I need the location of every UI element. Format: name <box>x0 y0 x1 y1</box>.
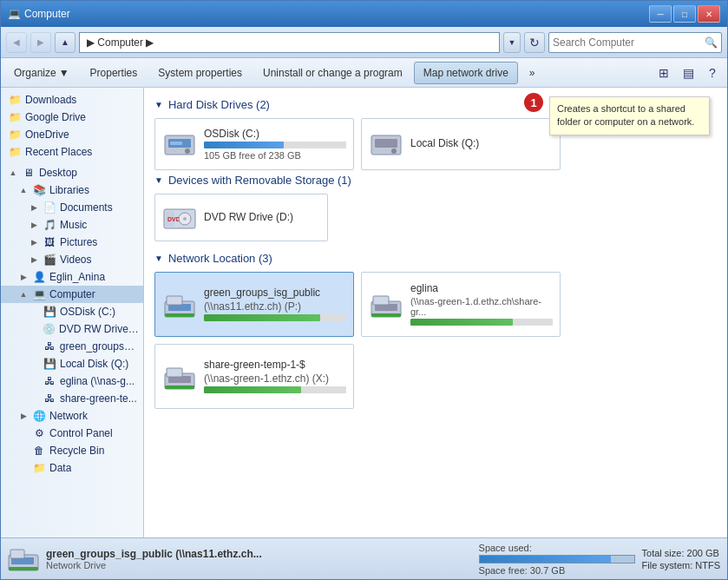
music-icon: 🎵 <box>43 218 56 232</box>
maximize-button[interactable]: □ <box>673 5 696 23</box>
main-window: 💻 Computer ─ □ ✕ ◀ ▶ ▲ ▶ Computer ▶ ▼ ↻ … <box>0 0 728 580</box>
sidebar-item-eglin-anina[interactable]: ▶ 👤 Eglin_Anina <box>1 268 143 286</box>
up-button[interactable]: ▲ <box>55 32 75 53</box>
network-tile-share-green[interactable]: share-green-temp-1-$ (\\nas-green-1.ethz… <box>154 344 354 409</box>
share-green-large-icon <box>162 359 197 394</box>
drive-tile-osdisk[interactable]: OSDisk (C:) 105 GB free of 238 GB <box>154 118 354 170</box>
sidebar: 📁 Downloads 📁 Google Drive 📁 OneDrive 📁 … <box>1 88 144 537</box>
drive-tile-local-q[interactable]: Local Disk (Q:) <box>361 118 561 170</box>
close-button[interactable]: ✕ <box>698 5 720 23</box>
expander-videos[interactable]: ▶ <box>29 254 39 265</box>
expander-computer[interactable]: ▲ <box>18 289 29 300</box>
tooltip-popup: Creates a shortcut to a shared folder or… <box>549 96 710 135</box>
sidebar-item-data[interactable]: 📁 Data <box>1 459 143 477</box>
eglina-icon: 🖧 <box>43 374 56 388</box>
back-button[interactable]: ◀ <box>6 32 27 53</box>
network-tile-green-groups[interactable]: green_groups_isg_public (\\nas11.ethz.ch… <box>154 272 354 337</box>
minimize-button[interactable]: ─ <box>649 5 672 23</box>
status-bar: green_groups_isg_public (\\nas11.ethz.ch… <box>1 537 727 579</box>
libraries-icon: 📚 <box>32 183 46 197</box>
status-used-label: Space used: <box>479 543 635 553</box>
status-drive-icon <box>8 544 39 575</box>
sidebar-item-osdisk[interactable]: 💾 OSDisk (C:) <box>1 303 143 320</box>
local-q-info: Local Disk (Q:) <box>410 137 553 151</box>
dvd-icon: 💿 <box>42 322 56 336</box>
sidebar-item-music[interactable]: ▶ 🎵 Music <box>1 216 143 234</box>
sidebar-item-pictures[interactable]: ▶ 🖼 Pictures <box>1 234 143 251</box>
toolbar: Organize ▼ Properties System properties … <box>1 58 727 88</box>
sidebar-item-computer[interactable]: ▲ 💻 Computer <box>1 286 143 303</box>
green-groups-bar-bg <box>204 314 346 321</box>
expander-network[interactable]: ▶ <box>18 411 29 421</box>
expander-desktop[interactable]: ▲ <box>8 168 18 178</box>
system-properties-button[interactable]: System properties <box>148 62 252 84</box>
google-drive-icon: 📁 <box>8 110 22 124</box>
status-drive-type: Network Drive <box>46 560 472 570</box>
expander-libraries[interactable]: ▲ <box>18 185 29 195</box>
dvd-drive-tile[interactable]: DVD DVD RW Drive (D:) <box>154 194 328 241</box>
status-info: green_groups_isg_public (\\nas11.ethz.ch… <box>46 548 472 570</box>
sidebar-item-downloads[interactable]: 📁 Downloads <box>1 91 143 109</box>
sidebar-item-green-groups[interactable]: 🖧 green_groups_i... <box>1 338 143 355</box>
organize-button[interactable]: Organize ▼ <box>4 62 79 84</box>
refresh-button[interactable]: ↻ <box>524 32 545 53</box>
organize-dropdown-icon: ▼ <box>59 67 69 79</box>
svg-rect-2 <box>170 142 182 145</box>
more-options-button[interactable]: » <box>520 62 545 84</box>
expander-eglin[interactable]: ▶ <box>18 272 29 282</box>
sidebar-item-dvd[interactable]: 💿 DVD RW Drive (...) <box>1 320 143 338</box>
desktop-icon: 🖥 <box>22 166 36 180</box>
svg-rect-26 <box>10 550 24 558</box>
sidebar-item-libraries[interactable]: ▲ 📚 Libraries <box>1 181 143 199</box>
expander-pictures[interactable]: ▶ <box>29 237 39 247</box>
network-collapse-arrow[interactable]: ▼ <box>154 254 163 263</box>
hard-disk-title: Hard Disk Drives (2) <box>168 98 270 111</box>
expander-documents[interactable]: ▶ <box>29 202 39 213</box>
green-groups-path: (\\nas11.ethz.ch) (P:) <box>204 300 346 313</box>
sidebar-item-share-green[interactable]: 🖧 share-green-te... <box>1 390 143 407</box>
uninstall-program-button[interactable]: Uninstall or change a program <box>253 62 412 84</box>
expander-music[interactable]: ▶ <box>29 220 39 230</box>
view-options-button[interactable]: ⊞ <box>653 62 675 84</box>
sidebar-item-desktop[interactable]: ▲ 🖥 Desktop <box>1 164 143 181</box>
title-bar: 💻 Computer ─ □ ✕ <box>1 1 727 27</box>
computer-icon: 💻 <box>32 287 46 301</box>
sidebar-item-videos[interactable]: ▶ 🎬 Videos <box>1 251 143 268</box>
sidebar-item-recent-places[interactable]: 📁 Recent Places <box>1 143 143 161</box>
search-input[interactable] <box>553 36 701 49</box>
title-bar-controls: ─ □ ✕ <box>649 5 720 23</box>
share-green-info: share-green-temp-1-$ (\\nas-green-1.ethz… <box>204 359 346 395</box>
onedrive-icon: 📁 <box>8 128 22 142</box>
svg-rect-27 <box>9 567 38 570</box>
sidebar-item-control-panel[interactable]: ⚙ Control Panel <box>1 425 143 442</box>
sidebar-item-local-disk-q[interactable]: 💾 Local Disk (Q:) <box>1 355 143 372</box>
forward-button[interactable]: ▶ <box>30 32 51 53</box>
map-network-drive-button[interactable]: Map network drive <box>414 62 518 84</box>
properties-button[interactable]: Properties <box>81 62 148 84</box>
osdisk-bar-fill <box>204 142 284 148</box>
view-toggle-button[interactable]: ▤ <box>677 62 699 84</box>
address-dropdown-button[interactable]: ▼ <box>503 32 521 53</box>
removable-collapse-arrow[interactable]: ▼ <box>154 175 163 185</box>
pictures-icon: 🖼 <box>43 235 56 249</box>
sidebar-item-network[interactable]: ▶ 🌐 Network <box>1 407 143 425</box>
help-button[interactable]: ? <box>701 62 724 84</box>
hard-disk-collapse-arrow[interactable]: ▼ <box>154 100 163 109</box>
network-tile-eglina[interactable]: eglina (\\nas-green-1.d.ethz.ch\share-gr… <box>361 272 561 337</box>
sidebar-item-google-drive[interactable]: 📁 Google Drive <box>1 109 143 126</box>
svg-rect-5 <box>375 139 397 148</box>
svg-rect-15 <box>165 313 194 317</box>
sidebar-item-recycle-bin[interactable]: 🗑 Recycle Bin <box>1 442 143 459</box>
main-content: 📁 Downloads 📁 Google Drive 📁 OneDrive 📁 … <box>1 88 727 537</box>
local-q-name: Local Disk (Q:) <box>410 137 553 149</box>
address-input[interactable]: ▶ Computer ▶ <box>79 32 500 53</box>
svg-point-11 <box>183 217 187 221</box>
recycle-bin-icon: 🗑 <box>32 444 46 458</box>
sidebar-item-eglina[interactable]: 🖧 eglina (\\nas-g... <box>1 372 143 390</box>
search-box[interactable]: 🔍 <box>548 32 722 53</box>
sidebar-item-onedrive[interactable]: 📁 OneDrive <box>1 126 143 143</box>
recent-places-icon: 📁 <box>8 145 22 159</box>
sidebar-item-documents[interactable]: ▶ 📄 Documents <box>1 199 143 216</box>
status-drive-name: green_groups_isg_public (\\nas11.ethz.ch… <box>46 548 472 560</box>
search-icon: 🔍 <box>705 36 718 49</box>
